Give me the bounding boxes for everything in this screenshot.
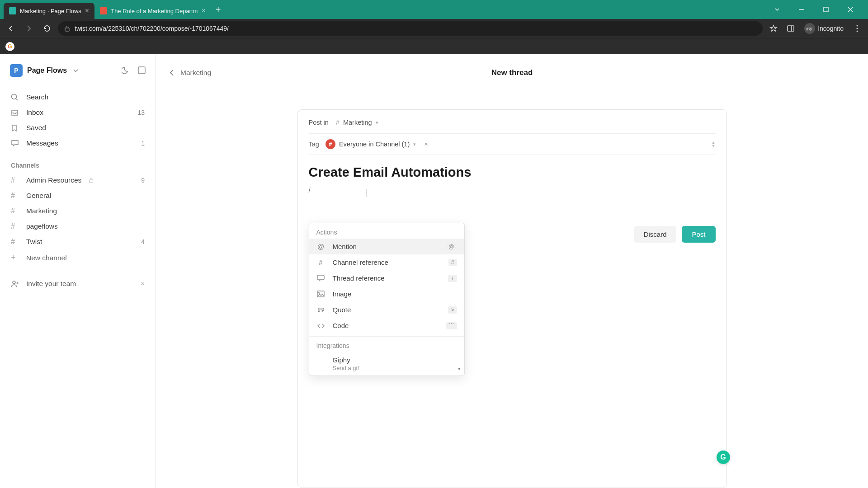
svg-rect-14	[317, 291, 324, 297]
reload-button[interactable]	[40, 21, 54, 36]
url-input[interactable]: twist.com/a/225310/ch/702200/compose/-17…	[58, 21, 763, 36]
nav-saved[interactable]: Saved	[0, 120, 156, 136]
svg-point-7	[857, 31, 858, 32]
slash-command-menu: Actions @ Mention @ # Channel reference …	[309, 223, 465, 376]
channel-twist[interactable]: # Twist 4	[0, 234, 156, 249]
channel-admin-resources[interactable]: # Admin Resources 9	[0, 173, 156, 188]
browser-tab[interactable]: The Role of a Marketing Departm ×	[94, 3, 211, 19]
favicon-icon	[100, 7, 107, 14]
slash-item-giphy[interactable]: Giphy Send a gif	[309, 352, 464, 375]
slash-shortcut: >	[448, 306, 457, 314]
main-header: Marketing New thread	[156, 54, 868, 91]
chevron-down-icon[interactable]: ▾	[458, 366, 461, 372]
nav-label: Saved	[26, 124, 46, 132]
channel-count: 4	[141, 238, 145, 245]
text-cursor	[367, 189, 367, 197]
slash-shortcut: @	[446, 243, 457, 250]
forward-button[interactable]	[22, 21, 36, 36]
slash-item-label: Giphy	[333, 356, 359, 364]
tag-row: Tag # Everyone in Channel (1) ▾ × ▲▼	[309, 133, 716, 155]
browser-chrome: Marketing · Page Flows × The Role of a M…	[0, 0, 868, 54]
address-bar: twist.com/a/225310/ch/702200/compose/-17…	[0, 19, 868, 38]
close-icon[interactable]: ×	[141, 280, 145, 288]
svg-point-5	[857, 25, 858, 27]
discard-button[interactable]: Discard	[634, 226, 677, 243]
hash-icon: #	[336, 119, 340, 126]
chevron-down-icon: ▾	[413, 141, 416, 147]
incognito-indicator[interactable]: Incognito	[801, 21, 847, 36]
close-icon[interactable]: ×	[201, 7, 205, 15]
back-to-channel-link[interactable]: Marketing	[170, 69, 211, 77]
chevron-down-icon[interactable]	[73, 69, 78, 72]
chevron-left-icon	[170, 69, 174, 76]
panel-icon[interactable]	[783, 21, 798, 36]
nav-count: 13	[137, 109, 145, 116]
slash-item-channel-reference[interactable]: # Channel reference #	[309, 254, 464, 270]
slash-item-label: Thread reference	[333, 274, 385, 282]
nav-inbox[interactable]: Inbox 13	[0, 105, 156, 120]
hash-icon: #	[11, 238, 20, 246]
thread-body-input[interactable]: /	[309, 184, 716, 198]
channel-pageflows[interactable]: # pageflows	[0, 219, 156, 234]
hash-icon: #	[316, 258, 326, 266]
slash-shortcut: #	[448, 259, 457, 266]
nav-label: Messages	[26, 139, 58, 147]
back-button[interactable]	[4, 21, 18, 36]
remove-tag-button[interactable]: ×	[424, 141, 428, 148]
thread-icon	[316, 275, 326, 282]
channel-selector[interactable]: # Marketing ▾	[336, 119, 378, 126]
minimize-button[interactable]	[791, 2, 812, 17]
close-button[interactable]	[840, 2, 861, 17]
grammarly-badge[interactable]: G	[717, 450, 730, 464]
svg-rect-2	[65, 28, 69, 31]
post-in-row: Post in # Marketing ▾	[309, 119, 716, 133]
slash-item-mention[interactable]: @ Mention @	[309, 239, 464, 254]
close-icon[interactable]: ×	[85, 7, 89, 15]
menu-icon[interactable]	[850, 21, 864, 36]
new-channel-label: New channel	[26, 254, 67, 262]
channel-marketing[interactable]: # Marketing	[0, 203, 156, 219]
bookmark-star-icon[interactable]	[766, 21, 781, 36]
channel-name: Admin Resources	[26, 176, 81, 184]
new-tab-button[interactable]: +	[211, 3, 226, 17]
svg-rect-3	[788, 26, 794, 31]
tag-text: Everyone in Channel (1)	[339, 141, 410, 148]
hash-icon: #	[11, 192, 20, 200]
compose-area: Post in # Marketing ▾ Tag # Everyone in …	[156, 91, 868, 488]
nav-list: Search Inbox 13 Saved Messages 1	[0, 87, 156, 154]
browser-tab-active[interactable]: Marketing · Page Flows ×	[4, 3, 94, 19]
google-bookmark-icon[interactable]: G	[5, 42, 14, 51]
slash-item-code[interactable]: Code ```	[309, 318, 464, 333]
new-channel-button[interactable]: + New channel	[0, 249, 156, 266]
svg-rect-1	[824, 7, 828, 12]
chevron-down-icon[interactable]	[767, 2, 788, 17]
tag-chip[interactable]: # Everyone in Channel (1) ▾	[326, 139, 416, 149]
quote-icon	[316, 307, 326, 313]
invite-team-button[interactable]: Invite your team ×	[0, 273, 156, 294]
nav-count: 1	[141, 140, 145, 147]
channel-name: Twist	[26, 238, 42, 246]
moon-icon[interactable]	[122, 66, 130, 75]
slash-item-thread-reference[interactable]: Thread reference +	[309, 270, 464, 286]
nav-messages[interactable]: Messages 1	[0, 136, 156, 151]
sort-toggle[interactable]: ▲▼	[712, 141, 716, 148]
channel-general[interactable]: # General	[0, 188, 156, 203]
invite-label: Invite your team	[26, 280, 76, 288]
maximize-button[interactable]	[816, 2, 836, 17]
slash-item-quote[interactable]: Quote >	[309, 302, 464, 318]
checkbox-icon[interactable]	[138, 66, 146, 75]
channel-selector-label: Marketing	[343, 119, 372, 126]
nav-search[interactable]: Search	[0, 89, 156, 105]
app-container: P Page Flows Search Inbox 13 Saved	[0, 54, 868, 488]
at-icon: @	[316, 243, 326, 250]
slash-item-image[interactable]: Image	[309, 286, 464, 302]
svg-rect-11	[90, 180, 93, 183]
workspace-switcher[interactable]: P Page Flows	[0, 64, 156, 87]
tag-avatar: #	[326, 139, 335, 149]
chevron-down-icon: ▾	[376, 120, 378, 126]
people-plus-icon	[11, 280, 20, 287]
incognito-label: Incognito	[818, 25, 844, 32]
post-button[interactable]: Post	[682, 226, 715, 243]
svg-point-9	[12, 94, 17, 99]
thread-title-input[interactable]: Create Email Automations	[309, 155, 716, 184]
